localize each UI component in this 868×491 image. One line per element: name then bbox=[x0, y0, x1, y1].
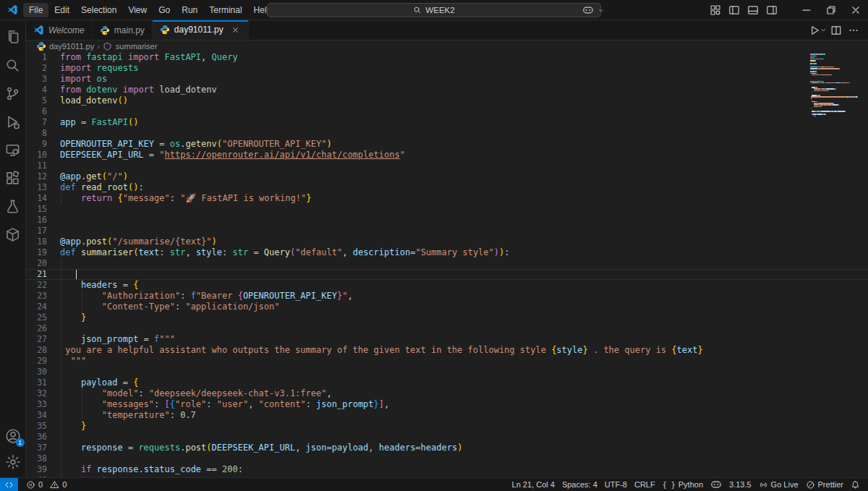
code-line-4[interactable]: 4from dotenv import load_dotenv bbox=[26, 85, 868, 95]
activity-extensions[interactable] bbox=[4, 168, 22, 187]
code-line-30[interactable]: 30 bbox=[26, 367, 868, 377]
status-eol[interactable]: CRLF bbox=[631, 478, 659, 491]
activity-accounts[interactable]: 1 bbox=[4, 427, 22, 445]
line-number[interactable]: 2 bbox=[26, 63, 47, 74]
code-line-12[interactable]: 12@app.get("/") bbox=[26, 171, 868, 182]
tab-day91011-py[interactable]: day91011.py bbox=[153, 20, 249, 40]
status-remote-indicator[interactable] bbox=[0, 478, 18, 491]
restore-window-button[interactable] bbox=[819, 0, 843, 20]
code-line-37[interactable]: 37 response = requests.post(DEEPSEEK_API… bbox=[26, 443, 868, 453]
status-go-live[interactable]: Go Live bbox=[755, 478, 802, 491]
line-number[interactable]: 16 bbox=[26, 215, 47, 226]
code-line-9[interactable]: 9OPENROUTER_API_KEY = os.getenv("OPENROU… bbox=[26, 139, 868, 150]
activity-explorer[interactable] bbox=[4, 27, 22, 46]
code-line-1[interactable]: 1from fastapi import FastAPI, Query bbox=[26, 52, 868, 63]
menu-edit[interactable]: Edit bbox=[48, 3, 75, 17]
tab-close-icon[interactable] bbox=[231, 25, 241, 35]
activity-package[interactable] bbox=[4, 225, 22, 244]
code-line-32[interactable]: 32 "model": "deepseek/deepseek-chat-v3.1… bbox=[26, 388, 868, 399]
line-number[interactable]: 10 bbox=[26, 150, 47, 161]
code-line-17[interactable]: 17 bbox=[26, 226, 868, 236]
status-indentation[interactable]: Spaces: 4 bbox=[558, 478, 601, 491]
line-number[interactable]: 15 bbox=[26, 204, 47, 215]
line-number[interactable]: 8 bbox=[26, 128, 47, 139]
code-line-3[interactable]: 3import os bbox=[26, 74, 868, 85]
code-line-7[interactable]: 7app = FastAPI() bbox=[26, 117, 868, 128]
line-number[interactable]: 18 bbox=[26, 236, 47, 247]
menu-selection[interactable]: Selection bbox=[75, 3, 122, 17]
line-number[interactable]: 25 bbox=[26, 312, 47, 323]
line-number[interactable]: 23 bbox=[26, 291, 47, 302]
code-line-19[interactable]: 19def summariser(text: str, style: str =… bbox=[26, 247, 868, 258]
activity-settings[interactable] bbox=[4, 453, 22, 471]
line-number[interactable]: 11 bbox=[26, 161, 47, 171]
code-line-10[interactable]: 10DEEPSEEK_API_URL = "https://openrouter… bbox=[26, 150, 868, 161]
code-line-38[interactable]: 38 bbox=[26, 453, 868, 464]
ellipsis-button[interactable] bbox=[845, 21, 862, 40]
code-line-36[interactable]: 36 bbox=[26, 432, 868, 443]
chevron-down-button[interactable] bbox=[819, 21, 827, 40]
line-number[interactable]: 22 bbox=[26, 280, 47, 291]
line-number[interactable]: 30 bbox=[26, 367, 47, 377]
line-number[interactable]: 39 bbox=[26, 464, 47, 475]
menu-go[interactable]: Go bbox=[153, 3, 176, 17]
line-number[interactable]: 12 bbox=[26, 171, 47, 182]
minimap[interactable] bbox=[810, 54, 858, 117]
command-center-search[interactable]: WEEK2 bbox=[267, 3, 601, 17]
status-prettier[interactable]: Prettier bbox=[802, 478, 847, 491]
line-number[interactable]: 19 bbox=[26, 247, 47, 258]
code-line-5[interactable]: 5load_dotenv() bbox=[26, 95, 868, 106]
line-number[interactable]: 1 bbox=[26, 52, 47, 63]
sidebar-left-button[interactable] bbox=[725, 0, 744, 20]
line-number[interactable]: 27 bbox=[26, 334, 47, 345]
code-line-35[interactable]: 35 } bbox=[26, 421, 868, 432]
code-line-26[interactable]: 26 bbox=[26, 323, 868, 334]
code-line-11[interactable]: 11 bbox=[26, 161, 868, 171]
line-number[interactable]: 34 bbox=[26, 410, 47, 421]
breadcrumb-symbol[interactable]: summariser bbox=[116, 42, 157, 51]
copilot-menu[interactable] bbox=[579, 0, 605, 20]
status-warnings[interactable]: 0 bbox=[46, 478, 70, 491]
code-line-25[interactable]: 25 } bbox=[26, 312, 868, 323]
code-editor[interactable]: 1from fastapi import FastAPI, Query2impo… bbox=[26, 52, 868, 477]
code-line-16[interactable]: 16 bbox=[26, 215, 868, 226]
code-line-14[interactable]: 14 return {"message": "🚀 FastAPI is work… bbox=[26, 193, 868, 204]
line-number[interactable]: 6 bbox=[26, 106, 47, 117]
code-line-23[interactable]: 23 "Authorization": f"Bearer {OPENROUTER… bbox=[26, 291, 868, 302]
tab-welcome[interactable]: Welcome bbox=[26, 20, 93, 40]
split-editor-button[interactable] bbox=[827, 21, 845, 40]
line-number[interactable]: 14 bbox=[26, 193, 47, 204]
status-errors[interactable]: 0 bbox=[22, 478, 46, 491]
line-number[interactable]: 32 bbox=[26, 388, 47, 399]
status-copilot-status[interactable] bbox=[707, 478, 726, 491]
line-number[interactable]: 26 bbox=[26, 323, 47, 334]
panel-bottom-button[interactable] bbox=[744, 0, 762, 20]
status-encoding[interactable]: UTF-8 bbox=[601, 478, 631, 491]
close-window-button[interactable] bbox=[843, 0, 868, 20]
menu-run[interactable]: Run bbox=[176, 3, 203, 17]
line-number[interactable]: 3 bbox=[26, 74, 47, 85]
code-line-33[interactable]: 33 "messages": [{"role": "user", "conten… bbox=[26, 399, 868, 410]
line-number[interactable]: 21 bbox=[26, 269, 47, 280]
code-line-29[interactable]: 29 """ bbox=[26, 356, 868, 367]
sidebar-right-button[interactable] bbox=[762, 0, 781, 20]
tab-main-py[interactable]: main.py bbox=[93, 20, 153, 40]
activity-remote-explorer[interactable] bbox=[4, 140, 22, 159]
status-python-version[interactable]: 3.13.5 bbox=[726, 478, 755, 491]
code-line-28[interactable]: 28 you are a helpful assistant who outpu… bbox=[26, 345, 868, 356]
line-number[interactable]: 33 bbox=[26, 399, 47, 410]
line-number[interactable]: 35 bbox=[26, 421, 47, 432]
line-number[interactable]: 4 bbox=[26, 85, 47, 95]
line-number[interactable]: 20 bbox=[26, 258, 47, 269]
activity-testing[interactable] bbox=[4, 197, 22, 215]
code-line-39[interactable]: 39 if response.status_code == 200: bbox=[26, 464, 868, 475]
code-line-22[interactable]: 22 headers = { bbox=[26, 280, 868, 291]
line-number[interactable]: 31 bbox=[26, 377, 47, 388]
menu-terminal[interactable]: Terminal bbox=[203, 3, 247, 17]
line-number[interactable]: 13 bbox=[26, 182, 47, 193]
line-number[interactable]: 17 bbox=[26, 226, 47, 236]
code-line-13[interactable]: 13def read_root(): bbox=[26, 182, 868, 193]
line-number[interactable]: 9 bbox=[26, 139, 47, 150]
menu-file[interactable]: File bbox=[23, 3, 48, 17]
line-number[interactable]: 7 bbox=[26, 117, 47, 128]
